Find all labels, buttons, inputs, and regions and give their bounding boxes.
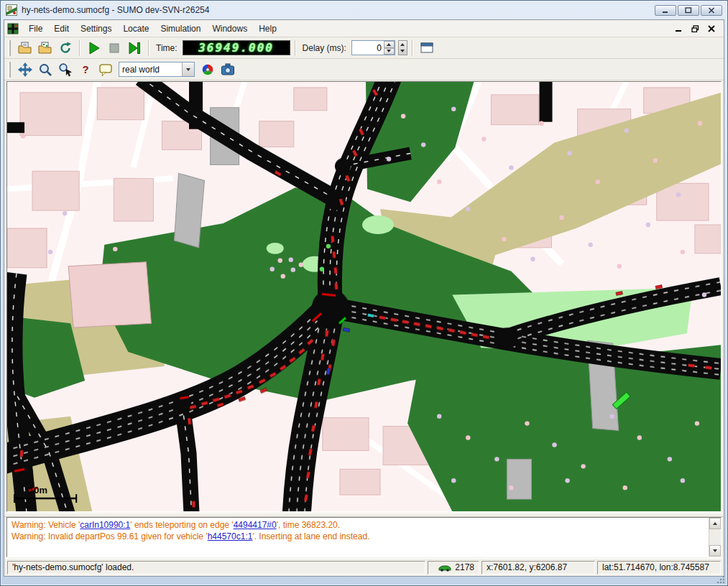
vehicle[interactable] [192,501,195,507]
vehicle[interactable] [19,450,23,457]
delay-spin-up-button[interactable] [384,41,395,48]
menu-simulation[interactable]: Simulation [155,22,206,36]
delay-spin-down-button[interactable] [384,48,395,55]
camera-icon [221,63,235,76]
poi-dot [270,267,275,271]
reload-button[interactable] [56,39,75,57]
mdi-restore-button[interactable] [687,22,703,35]
poi-dot [695,421,699,425]
vehicle[interactable] [333,267,337,274]
zoom-button[interactable] [36,60,55,78]
poi-dot [437,180,441,184]
vehicle[interactable] [705,366,711,369]
step-button[interactable] [125,39,144,57]
open-network-button[interactable] [36,39,55,57]
open-config-button[interactable] [16,39,34,57]
poi-dot [509,165,513,169]
poi-dot [676,192,681,197]
poi-dot [320,267,324,271]
locate-button[interactable] [56,60,75,78]
color-scheme-combo[interactable]: real world [119,62,195,77]
close-icon [708,7,715,14]
scroll-down-button[interactable] [709,545,721,557]
titlebar[interactable]: hy-nets-demo.sumocfg - SUMO dev-SVN-r262… [1,1,727,19]
stop-button[interactable] [105,39,124,57]
poi-dot [494,457,499,461]
menu-help[interactable]: Help [253,22,282,36]
message-line: Warning: Invalid departPos 99.61 given f… [11,531,704,542]
magnifier-icon [38,62,52,77]
toolbar-grip[interactable] [8,62,11,78]
message-bubble-button[interactable] [96,60,115,78]
status-loaded-text: 'hy-nets-demo.sumocfg' loaded. [12,562,134,572]
menu-edit[interactable]: Edit [48,22,75,36]
vehicle[interactable] [688,363,694,367]
message-text: ' ends teleporting on edge ' [130,520,233,530]
poi-dot [653,158,658,162]
poi-dot [299,263,303,267]
simulation-map-canvas[interactable]: 10m [7,82,721,511]
minimize-icon [675,25,682,32]
message-link[interactable]: 4494417#0 [234,520,277,530]
vehicle[interactable] [334,283,338,289]
view-toolbar: ? real world [4,59,724,80]
stop-icon [107,41,121,55]
delay-input[interactable] [352,41,384,55]
poi-dot [281,274,285,278]
snapshot-button[interactable] [218,60,237,78]
poi-dot [637,435,642,440]
status-loaded-panel: 'hy-nets-demo.sumocfg' loaded. [7,561,425,575]
poi-dot [387,157,391,161]
window-minimize-button[interactable] [655,5,676,16]
help-button[interactable]: ? [76,60,95,78]
poi-dot [509,485,513,490]
menu-windows[interactable]: Windows [206,22,253,36]
message-link[interactable]: carIn10990:1 [80,520,130,530]
chevron-down-icon [186,68,190,71]
poi-dot [48,250,52,254]
combo-dropdown-button[interactable] [182,62,194,76]
delay-dial[interactable] [398,40,407,55]
poi-dot [113,247,117,251]
poi-dot [625,128,629,132]
vehicle[interactable] [331,236,334,242]
main-window: hy-nets-demo.sumocfg - SUMO dev-SVN-r262… [0,0,728,586]
message-text: Warning: Vehicle ' [11,520,80,530]
delay-spinbox [351,40,395,55]
mdi-minimize-button[interactable] [671,22,686,35]
toolbar-separator [79,40,80,56]
message-scrollbar[interactable] [709,518,721,557]
window-maximize-button[interactable] [678,5,699,16]
message-link[interactable]: h44570c1:1 [208,531,253,541]
edit-coloring-button[interactable] [198,60,217,78]
scroll-up-button[interactable] [709,518,721,529]
mdi-close-button[interactable] [704,22,719,35]
menu-settings[interactable]: Settings [75,22,117,36]
menu-file[interactable]: File [23,22,48,36]
open-new-view-button[interactable] [418,39,436,57]
run-button[interactable] [85,39,103,57]
message-text: Warning: Invalid departPos 99.61 given f… [11,531,208,541]
app-icon [6,4,17,16]
window-close-button[interactable] [701,5,722,16]
recenter-view-button[interactable] [16,60,34,78]
poi-dot [63,211,67,215]
simulation-map-viewport[interactable]: 10m [6,81,722,512]
poi-dot [552,442,556,447]
poi-dot [525,421,529,425]
vehicle[interactable] [332,251,336,258]
toolbar-grip[interactable] [8,40,11,56]
toolbar-separator [412,40,413,56]
arrow-down-icon [713,549,717,552]
poi-dot [668,457,672,461]
poi-dot [539,121,543,126]
toolbar-separator [148,40,149,56]
message-text: ', time 36823.20. [277,520,340,530]
poi-dot [21,134,25,138]
vehicle[interactable] [188,418,191,424]
message-window: Warning: Vehicle 'carIn10990:1' ends tel… [6,517,722,557]
simulation-toolbar: Time: 36949.000 Delay (ms): [4,37,724,59]
arrow-down-icon [400,50,405,52]
menu-locate[interactable]: Locate [117,22,155,36]
resize-grip[interactable] [715,574,725,584]
